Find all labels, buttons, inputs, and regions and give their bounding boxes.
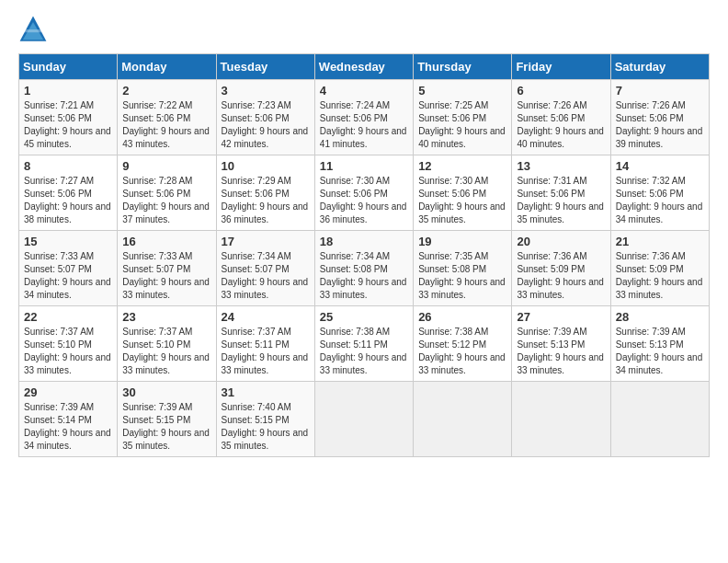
- day-info: Sunrise: 7:32 AMSunset: 5:06 PMDaylight:…: [616, 175, 704, 226]
- calendar-cell: 23 Sunrise: 7:37 AMSunset: 5:10 PMDaylig…: [118, 306, 216, 382]
- calendar-cell: 9 Sunrise: 7:28 AMSunset: 5:06 PMDayligh…: [118, 155, 216, 231]
- column-header-wednesday: Wednesday: [314, 54, 413, 80]
- calendar-cell: 30 Sunrise: 7:39 AMSunset: 5:15 PMDaylig…: [118, 382, 216, 457]
- calendar-cell: 3 Sunrise: 7:23 AMSunset: 5:06 PMDayligh…: [216, 80, 314, 155]
- day-number: 16: [122, 235, 210, 248]
- day-info: Sunrise: 7:29 AMSunset: 5:06 PMDaylight:…: [222, 175, 310, 226]
- calendar-cell: [314, 382, 413, 457]
- day-number: 9: [122, 159, 210, 173]
- calendar-week-row: 15 Sunrise: 7:33 AMSunset: 5:07 PMDaylig…: [19, 231, 710, 306]
- day-info: Sunrise: 7:25 AMSunset: 5:06 PMDaylight:…: [418, 99, 506, 151]
- calendar-cell: [610, 382, 709, 457]
- day-number: 19: [418, 235, 506, 248]
- day-number: 29: [24, 385, 112, 399]
- day-number: 15: [24, 235, 112, 248]
- calendar-cell: 15 Sunrise: 7:33 AMSunset: 5:07 PMDaylig…: [19, 231, 118, 306]
- day-number: 12: [418, 159, 506, 173]
- day-number: 1: [24, 84, 112, 98]
- day-info: Sunrise: 7:33 AMSunset: 5:07 PMDaylight:…: [24, 250, 112, 302]
- day-info: Sunrise: 7:36 AMSunset: 5:09 PMDaylight:…: [517, 250, 605, 302]
- calendar-cell: 2 Sunrise: 7:22 AMSunset: 5:06 PMDayligh…: [118, 80, 216, 155]
- calendar-cell: 6 Sunrise: 7:26 AMSunset: 5:06 PMDayligh…: [512, 80, 610, 155]
- day-info: Sunrise: 7:26 AMSunset: 5:06 PMDaylight:…: [517, 99, 605, 151]
- day-number: 4: [320, 84, 408, 98]
- calendar-cell: 5 Sunrise: 7:25 AMSunset: 5:06 PMDayligh…: [414, 80, 512, 155]
- calendar-week-row: 22 Sunrise: 7:37 AMSunset: 5:10 PMDaylig…: [19, 306, 710, 382]
- calendar-cell: 7 Sunrise: 7:26 AMSunset: 5:06 PMDayligh…: [610, 80, 709, 155]
- day-number: 6: [517, 84, 605, 98]
- calendar-cell: 27 Sunrise: 7:39 AMSunset: 5:13 PMDaylig…: [512, 306, 610, 382]
- calendar-cell: 25 Sunrise: 7:38 AMSunset: 5:11 PMDaylig…: [314, 306, 413, 382]
- day-info: Sunrise: 7:28 AMSunset: 5:06 PMDaylight:…: [122, 175, 210, 226]
- day-info: Sunrise: 7:39 AMSunset: 5:13 PMDaylight:…: [517, 326, 605, 377]
- day-number: 26: [418, 310, 506, 324]
- day-info: Sunrise: 7:23 AMSunset: 5:06 PMDaylight:…: [222, 99, 310, 151]
- calendar-cell: 11 Sunrise: 7:30 AMSunset: 5:06 PMDaylig…: [314, 155, 413, 231]
- calendar-header-row: SundayMondayTuesdayWednesdayThursdayFrid…: [19, 54, 710, 80]
- calendar-cell: 12 Sunrise: 7:30 AMSunset: 5:06 PMDaylig…: [414, 155, 512, 231]
- day-number: 17: [222, 235, 310, 248]
- calendar-cell: 13 Sunrise: 7:31 AMSunset: 5:06 PMDaylig…: [512, 155, 610, 231]
- day-number: 22: [24, 310, 112, 324]
- day-info: Sunrise: 7:39 AMSunset: 5:15 PMDaylight:…: [122, 401, 210, 453]
- day-number: 30: [122, 385, 210, 399]
- day-info: Sunrise: 7:39 AMSunset: 5:13 PMDaylight:…: [616, 326, 704, 377]
- day-number: 25: [320, 310, 408, 324]
- day-info: Sunrise: 7:38 AMSunset: 5:11 PMDaylight:…: [320, 326, 408, 377]
- calendar-cell: 14 Sunrise: 7:32 AMSunset: 5:06 PMDaylig…: [610, 155, 709, 231]
- column-header-monday: Monday: [118, 54, 216, 80]
- day-info: Sunrise: 7:22 AMSunset: 5:06 PMDaylight:…: [122, 99, 210, 151]
- day-number: 3: [222, 84, 310, 98]
- page-header: [18, 15, 710, 44]
- calendar-week-row: 8 Sunrise: 7:27 AMSunset: 5:06 PMDayligh…: [19, 155, 710, 231]
- column-header-sunday: Sunday: [19, 54, 118, 80]
- day-number: 27: [517, 310, 605, 324]
- day-number: 24: [222, 310, 310, 324]
- calendar-cell: 16 Sunrise: 7:33 AMSunset: 5:07 PMDaylig…: [118, 231, 216, 306]
- day-number: 2: [122, 84, 210, 98]
- column-header-friday: Friday: [512, 54, 610, 80]
- calendar-cell: 1 Sunrise: 7:21 AMSunset: 5:06 PMDayligh…: [19, 80, 118, 155]
- calendar-cell: 4 Sunrise: 7:24 AMSunset: 5:06 PMDayligh…: [314, 80, 413, 155]
- calendar-cell: 18 Sunrise: 7:34 AMSunset: 5:08 PMDaylig…: [314, 231, 413, 306]
- calendar-cell: 29 Sunrise: 7:39 AMSunset: 5:14 PMDaylig…: [19, 382, 118, 457]
- svg-rect-2: [24, 29, 41, 32]
- calendar-cell: [414, 382, 512, 457]
- day-number: 14: [616, 159, 704, 173]
- day-number: 7: [616, 84, 704, 98]
- calendar-cell: 24 Sunrise: 7:37 AMSunset: 5:11 PMDaylig…: [216, 306, 314, 382]
- column-header-thursday: Thursday: [414, 54, 512, 80]
- calendar-cell: 17 Sunrise: 7:34 AMSunset: 5:07 PMDaylig…: [216, 231, 314, 306]
- day-number: 5: [418, 84, 506, 98]
- day-number: 21: [616, 235, 704, 248]
- calendar-cell: 8 Sunrise: 7:27 AMSunset: 5:06 PMDayligh…: [19, 155, 118, 231]
- day-number: 8: [24, 159, 112, 173]
- calendar-table: SundayMondayTuesdayWednesdayThursdayFrid…: [18, 53, 710, 457]
- calendar-cell: 20 Sunrise: 7:36 AMSunset: 5:09 PMDaylig…: [512, 231, 610, 306]
- day-info: Sunrise: 7:37 AMSunset: 5:10 PMDaylight:…: [24, 326, 112, 377]
- day-info: Sunrise: 7:39 AMSunset: 5:14 PMDaylight:…: [24, 401, 112, 453]
- column-header-saturday: Saturday: [610, 54, 709, 80]
- calendar-cell: 26 Sunrise: 7:38 AMSunset: 5:12 PMDaylig…: [414, 306, 512, 382]
- day-info: Sunrise: 7:36 AMSunset: 5:09 PMDaylight:…: [616, 250, 704, 302]
- day-info: Sunrise: 7:30 AMSunset: 5:06 PMDaylight:…: [418, 175, 506, 226]
- day-info: Sunrise: 7:38 AMSunset: 5:12 PMDaylight:…: [418, 326, 506, 377]
- day-info: Sunrise: 7:26 AMSunset: 5:06 PMDaylight:…: [616, 99, 704, 151]
- day-info: Sunrise: 7:33 AMSunset: 5:07 PMDaylight:…: [122, 250, 210, 302]
- day-info: Sunrise: 7:35 AMSunset: 5:08 PMDaylight:…: [418, 250, 506, 302]
- day-info: Sunrise: 7:27 AMSunset: 5:06 PMDaylight:…: [24, 175, 112, 226]
- day-number: 28: [616, 310, 704, 324]
- day-info: Sunrise: 7:21 AMSunset: 5:06 PMDaylight:…: [24, 99, 112, 151]
- day-number: 31: [222, 385, 310, 399]
- day-info: Sunrise: 7:34 AMSunset: 5:08 PMDaylight:…: [320, 250, 408, 302]
- calendar-cell: 21 Sunrise: 7:36 AMSunset: 5:09 PMDaylig…: [610, 231, 709, 306]
- calendar-cell: 28 Sunrise: 7:39 AMSunset: 5:13 PMDaylig…: [610, 306, 709, 382]
- day-number: 13: [517, 159, 605, 173]
- logo: [18, 15, 51, 44]
- calendar-week-row: 1 Sunrise: 7:21 AMSunset: 5:06 PMDayligh…: [19, 80, 710, 155]
- calendar-cell: 19 Sunrise: 7:35 AMSunset: 5:08 PMDaylig…: [414, 231, 512, 306]
- day-number: 11: [320, 159, 408, 173]
- day-number: 20: [517, 235, 605, 248]
- column-header-tuesday: Tuesday: [216, 54, 314, 80]
- day-info: Sunrise: 7:37 AMSunset: 5:10 PMDaylight:…: [122, 326, 210, 377]
